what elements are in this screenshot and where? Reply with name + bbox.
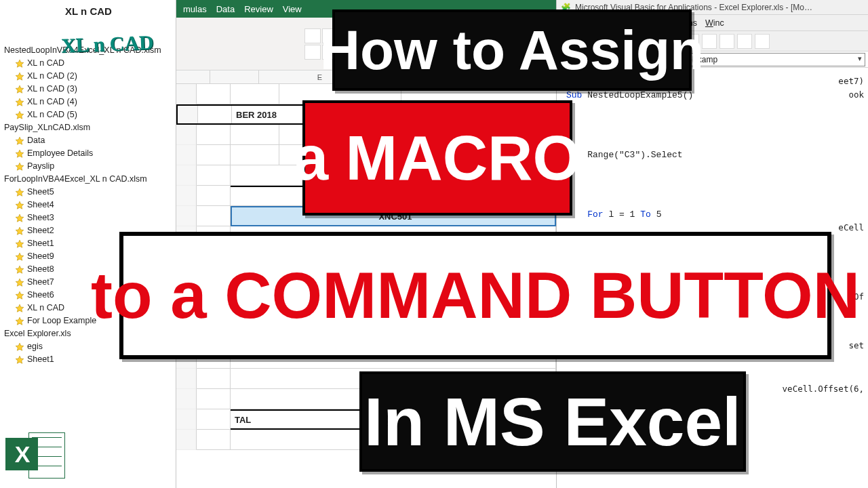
col-header[interactable] — [210, 70, 259, 83]
svg-marker-1 — [16, 73, 24, 80]
tree-item-label: XL n CAD — [27, 57, 64, 70]
star-icon — [15, 265, 24, 274]
star-icon — [15, 136, 24, 146]
tree-sheet[interactable]: XL n CAD — [4, 57, 173, 70]
svg-marker-4 — [16, 111, 24, 119]
tb-run-button[interactable] — [702, 34, 717, 49]
tree-sheet[interactable]: XL n CAD (4) — [4, 96, 173, 108]
tree-item-label: For Loop Example — [27, 314, 96, 327]
tree-item-label: Sheet1 — [27, 237, 54, 250]
svg-marker-9 — [16, 201, 24, 209]
tree-file[interactable]: NestedLoopInVBA4Excel_XL n CAD.xlsm — [4, 44, 173, 57]
tree-item-label: Employee Details — [27, 147, 93, 160]
align-left-button[interactable] — [304, 45, 321, 60]
ribbon-tab-view[interactable]: View — [283, 4, 302, 14]
svg-marker-16 — [16, 291, 24, 299]
star-icon — [15, 85, 24, 94]
star-icon — [15, 355, 24, 365]
tree-item-label: Sheet7 — [27, 276, 54, 289]
tree-sheet[interactable]: Sheet3 — [4, 211, 173, 224]
star-icon — [15, 110, 24, 120]
tree-item-label: Data — [27, 134, 45, 147]
tb-reset-button[interactable] — [737, 34, 752, 49]
tree-item-label: Excel Explorer.xls — [4, 327, 71, 340]
tree-item-label: XL n CAD (4) — [27, 96, 77, 108]
tree-sheet[interactable]: XL n CAD (2) — [4, 70, 173, 83]
svg-marker-11 — [16, 227, 24, 235]
svg-marker-13 — [16, 253, 24, 260]
align-top-left-button[interactable] — [304, 28, 321, 43]
svg-marker-17 — [16, 304, 24, 312]
tree-item-label: Payslip — [27, 160, 54, 173]
ribbon-tab-review[interactable]: Review — [244, 4, 273, 14]
title-line-1: How to Assign — [332, 9, 692, 91]
code-line-1: NestedLoopExample5() — [582, 90, 693, 100]
tb-break-button[interactable] — [719, 34, 734, 49]
svg-marker-7 — [16, 163, 24, 170]
star-icon — [15, 201, 24, 210]
tree-sheet[interactable]: Employee Details — [4, 147, 173, 160]
tree-item-label: Sheet8 — [27, 263, 54, 276]
code-snip-cell1: eCell — [838, 222, 864, 232]
tree-sheet[interactable]: XL n CAD (3) — [4, 83, 173, 96]
tree-item-label: ForLoopInVBA4Excel_XL n CAD.xlsm — [4, 173, 147, 186]
star-icon — [15, 188, 24, 197]
svg-marker-3 — [16, 98, 24, 106]
svg-marker-15 — [16, 279, 24, 286]
svg-marker-2 — [16, 85, 24, 93]
star-icon — [15, 149, 24, 159]
star-icon — [15, 278, 24, 287]
star-icon — [15, 304, 24, 313]
tb-design-button[interactable] — [755, 34, 770, 49]
vbe-menu-window[interactable]: Winc — [705, 18, 724, 28]
title-line-3: to a COMMAND BUTTON — [119, 232, 831, 359]
star-icon — [15, 239, 24, 249]
star-icon — [15, 291, 24, 300]
tree-file[interactable]: ForLoopInVBA4Excel_XL n CAD.xlsm — [4, 173, 173, 186]
tree-sheet[interactable]: Sheet4 — [4, 199, 173, 211]
svg-marker-20 — [16, 356, 24, 363]
proj-snip-book: ook — [848, 89, 864, 100]
tree-sheet[interactable]: Data — [4, 134, 173, 147]
tree-item-label: XL n CAD (5) — [27, 108, 77, 121]
tree-item-label: Sheet4 — [27, 199, 54, 211]
tree-file[interactable]: PaySlip_XLnCAD.xlsm — [4, 121, 173, 134]
code-line-1-kw: Sub — [566, 90, 582, 100]
svg-marker-6 — [16, 150, 24, 157]
tree-item-label: XL n CAD — [27, 302, 64, 314]
svg-marker-12 — [16, 240, 24, 247]
tree-item-label: NestedLoopInVBA4Excel_XL n CAD.xlsm — [4, 44, 161, 57]
star-icon — [15, 72, 24, 81]
star-icon — [15, 162, 24, 171]
col-header[interactable] — [176, 70, 210, 83]
tree-item-label: PaySlip_XLnCAD.xlsm — [4, 121, 90, 134]
tree-item-label: XL n CAD (3) — [27, 83, 77, 96]
star-icon — [15, 59, 24, 68]
tree-item-label: Sheet2 — [27, 224, 54, 237]
ribbon-tab-data[interactable]: Data — [216, 4, 235, 14]
code-snip-offset: veCell.Offset(6, — [783, 384, 864, 394]
tree-sheet[interactable]: XL n CAD (5) — [4, 108, 173, 121]
star-icon — [15, 342, 24, 352]
ribbon-tab-formulas[interactable]: mulas — [183, 4, 207, 14]
svg-marker-10 — [16, 214, 24, 222]
explorer-title: XL n CAD — [4, 4, 173, 21]
svg-marker-0 — [16, 60, 24, 67]
svg-marker-19 — [16, 343, 24, 350]
code-snip-set: set — [848, 340, 864, 350]
code-line-2: Range("C3").Select — [561, 148, 864, 163]
title-line-4: In MS Excel — [359, 371, 746, 472]
star-icon — [15, 317, 24, 326]
excel-logo-icon: X — [5, 428, 65, 484]
tree-sheet[interactable]: Sheet5 — [4, 186, 173, 199]
tree-item-label: Sheet6 — [27, 289, 54, 302]
tree-item-label: egis — [27, 340, 43, 353]
svg-marker-14 — [16, 266, 24, 273]
star-icon — [15, 252, 24, 262]
tree-item-label: Sheet1 — [27, 353, 54, 366]
tree-item-label: Sheet9 — [27, 250, 54, 263]
proj-snip-sheet7: eet7) — [838, 76, 864, 86]
tree-item-label: Sheet5 — [27, 186, 54, 199]
tree-sheet[interactable]: Payslip — [4, 160, 173, 173]
star-icon — [15, 214, 24, 223]
